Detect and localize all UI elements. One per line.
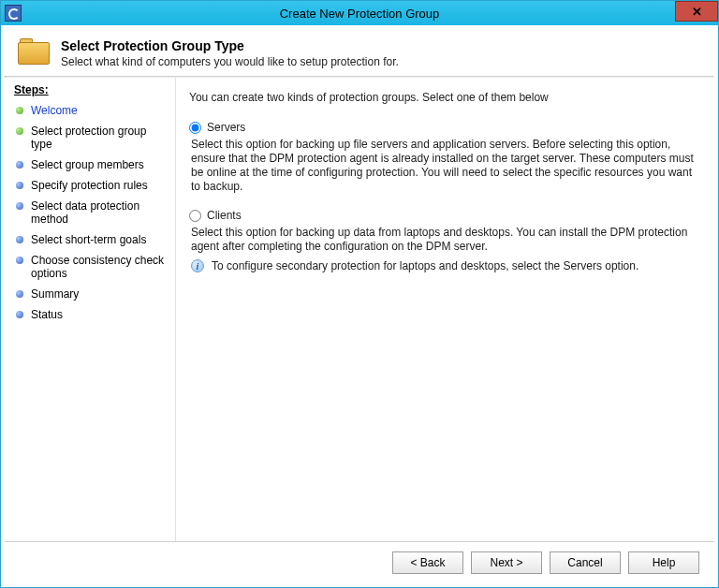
step-item[interactable]: Select data protection method [14, 196, 169, 229]
window-title: Create New Protection Group [1, 7, 718, 21]
step-label: Select data protection method [31, 199, 169, 226]
option-label: Servers [207, 121, 245, 134]
intro-text: You can create two kinds of protection g… [189, 91, 697, 104]
option-clients: ClientsSelect this option for backing up… [189, 209, 697, 273]
content-pane: You can create two kinds of protection g… [176, 78, 714, 541]
step-label: Choose consistency check options [31, 254, 169, 280]
step-bullet-icon [16, 311, 23, 318]
page-header-text: Select Protection Group Type Select what… [61, 38, 399, 68]
steps-list: WelcomeSelect protection group typeSelec… [14, 100, 169, 325]
step-bullet-icon [16, 107, 23, 114]
info-text: To configure secondary protection for la… [212, 259, 638, 273]
wizard-window: Create New Protection Group ✕ Select Pro… [0, 0, 719, 588]
close-button[interactable]: ✕ [675, 1, 718, 22]
option-description: Select this option for backing up data f… [191, 226, 697, 254]
step-bullet-icon [16, 127, 23, 135]
step-bullet-icon [16, 236, 23, 243]
option-row[interactable]: Clients [189, 209, 697, 222]
step-label: Status [31, 308, 169, 321]
main-columns: Steps: WelcomeSelect protection group ty… [5, 78, 714, 541]
next-button[interactable]: Next > [471, 551, 542, 574]
page-header: Select Protection Group Type Select what… [5, 29, 714, 76]
step-bullet-icon [16, 257, 23, 264]
option-label: Clients [207, 209, 242, 222]
steps-sidebar: Steps: WelcomeSelect protection group ty… [5, 78, 176, 541]
step-label: Select short-term goals [31, 233, 169, 246]
step-item[interactable]: Welcome [14, 100, 169, 121]
radio-clients[interactable] [189, 210, 201, 222]
titlebar: Create New Protection Group ✕ [1, 1, 718, 25]
step-label: Select protection group type [31, 125, 169, 151]
step-bullet-icon [16, 161, 23, 169]
help-button[interactable]: Help [628, 551, 699, 574]
option-servers: ServersSelect this option for backing up… [189, 121, 697, 194]
step-item[interactable]: Specify protection rules [14, 175, 169, 196]
cancel-button[interactable]: Cancel [550, 551, 621, 574]
step-label: Welcome [31, 104, 169, 117]
step-label: Summary [31, 287, 169, 301]
radio-servers[interactable] [189, 122, 201, 134]
option-description: Select this option for backing up file s… [191, 138, 697, 194]
button-row: < Back Next > Cancel Help [5, 541, 714, 583]
step-item[interactable]: Summary [14, 284, 169, 304]
folder-icon [18, 38, 50, 66]
step-bullet-icon [16, 202, 23, 210]
step-label: Specify protection rules [31, 179, 169, 192]
step-bullet-icon [16, 182, 23, 189]
wizard-body: Select Protection Group Type Select what… [4, 28, 715, 584]
info-row: iTo configure secondary protection for l… [191, 259, 697, 273]
step-item[interactable]: Status [14, 304, 169, 325]
step-item[interactable]: Select protection group type [14, 121, 169, 154]
step-item[interactable]: Select short-term goals [14, 229, 169, 250]
steps-heading: Steps: [14, 83, 169, 96]
step-item[interactable]: Select group members [14, 154, 169, 175]
step-bullet-icon [16, 290, 23, 298]
page-title: Select Protection Group Type [61, 38, 399, 53]
info-icon: i [191, 259, 204, 272]
options-group: ServersSelect this option for backing up… [189, 121, 697, 273]
page-subtitle: Select what kind of computers you would … [61, 55, 399, 68]
step-label: Select group members [31, 158, 169, 171]
step-item[interactable]: Choose consistency check options [14, 250, 169, 284]
app-icon [5, 5, 22, 22]
back-button[interactable]: < Back [392, 551, 463, 574]
option-row[interactable]: Servers [189, 121, 697, 134]
